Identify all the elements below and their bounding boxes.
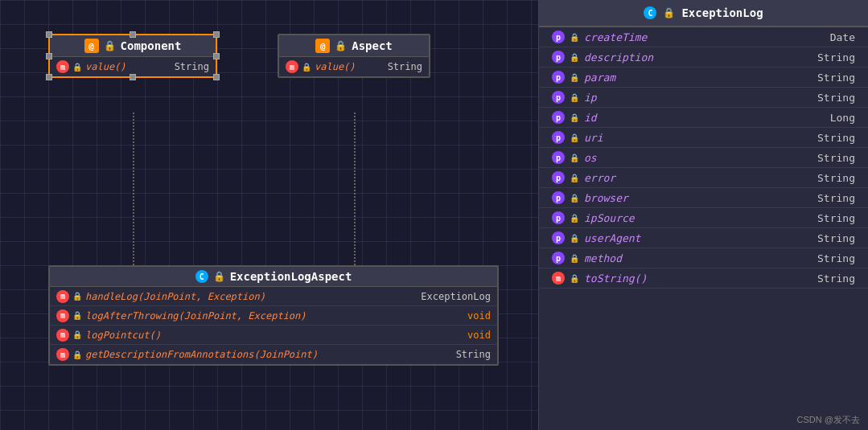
method-name: logAfterThrowing(JoinPoint, Exception) (85, 310, 464, 321)
c-badge: C (195, 270, 208, 283)
at-badge-component: @ (84, 39, 99, 53)
field-name: method (584, 252, 812, 264)
el-field-description: p 🔒 description String (539, 47, 868, 68)
lock-icon: 🔒 (570, 53, 579, 62)
component-node[interactable]: @ 🔒 Component m 🔒 value() String (48, 34, 217, 78)
field-name: description (584, 51, 812, 63)
lock-icon: 🔒 (570, 254, 579, 263)
lock-icon: 🔒 (72, 311, 82, 320)
field-type: String (817, 212, 855, 224)
lock-icon: 🔒 (570, 113, 579, 122)
m-badge: m (286, 60, 298, 73)
exception-log-aspect-node[interactable]: C 🔒 ExceptionLogAspect m 🔒 handleLog(Joi… (48, 265, 499, 366)
p-badge: p (552, 91, 565, 104)
type-name: String (388, 61, 422, 72)
lock-icon: 🔒 (570, 73, 579, 82)
lock-icon: 🔒 (570, 93, 579, 102)
at-badge-aspect: @ (315, 39, 330, 53)
type-exlog: ExceptionLog (421, 291, 491, 302)
lock-icon-el: 🔒 (663, 7, 675, 18)
lock-icon: 🔒 (570, 154, 579, 162)
aspect-node-header: @ 🔒 Aspect (279, 35, 429, 57)
p-badge: p (552, 252, 565, 264)
lock-icon: 🔒 (72, 330, 82, 339)
m-badge: m (56, 290, 69, 303)
connector-component (133, 113, 134, 281)
field-name: toString() (584, 272, 812, 285)
field-type: Long (830, 112, 855, 124)
lock-icon-component: 🔒 (104, 40, 116, 51)
field-name: id (584, 112, 825, 124)
m-badge: m (56, 348, 69, 361)
lock-icon: 🔒 (570, 214, 579, 223)
m-badge: m (56, 309, 69, 322)
el-field-ip: p 🔒 ip String (539, 88, 868, 108)
field-type: String (817, 51, 855, 63)
field-name: uri (584, 132, 812, 144)
field-type: String (817, 72, 855, 84)
method-name: value() (315, 61, 385, 72)
el-field-uri: p 🔒 uri String (539, 128, 868, 148)
lock-icon: 🔒 (72, 63, 82, 72)
m-badge: m (56, 329, 69, 342)
aspect-node[interactable]: @ 🔒 Aspect m 🔒 value() String (278, 34, 430, 78)
lock-red-icon: 🔒 (72, 292, 82, 301)
p-badge: p (552, 231, 565, 244)
lock-icon-ela: 🔒 (213, 271, 225, 282)
ela-method-getdescription: m 🔒 getDescriptionFromAnnotations(JoinPo… (50, 345, 497, 364)
lock-icon-aspect: 🔒 (335, 40, 347, 51)
lock-icon: 🔒 (570, 174, 579, 182)
field-name: userAgent (584, 232, 812, 244)
lock-icon: 🔒 (570, 33, 579, 42)
field-type: String (817, 252, 855, 264)
el-field-param: p 🔒 param String (539, 68, 868, 88)
el-field-method: p 🔒 method String (539, 248, 868, 268)
field-type: String (817, 132, 855, 144)
ela-method-logafterthrowing: m 🔒 logAfterThrowing(JoinPoint, Exceptio… (50, 306, 497, 326)
p-badge: p (552, 111, 565, 124)
ela-method-logpointcut: m 🔒 logPointcut() void (50, 326, 497, 345)
field-type: String (817, 232, 855, 244)
p-badge: p (552, 31, 565, 43)
m-badge: m (56, 60, 69, 73)
ela-method-handlelog: m 🔒 handleLog(JoinPoint, Exception) Exce… (50, 287, 497, 306)
field-type: Date (830, 31, 855, 43)
component-node-header: @ 🔒 Component (50, 35, 216, 57)
field-name: createTime (584, 31, 825, 43)
field-type: String (817, 152, 855, 164)
field-name: error (584, 172, 812, 184)
p-badge: p (552, 151, 565, 164)
connector-aspect (354, 113, 356, 281)
method-name: logPointcut() (85, 330, 464, 341)
type-name: String (456, 349, 491, 360)
aspect-title: Aspect (352, 39, 393, 52)
exception-log-panel: C 🔒 ExceptionLog p 🔒 createTime Date p 🔒… (538, 0, 868, 430)
lock-icon: 🔒 (570, 194, 579, 203)
type-void: void (467, 330, 491, 341)
lock-icon: 🔒 (570, 133, 579, 142)
field-type: String (817, 92, 855, 104)
method-name: handleLog(JoinPoint, Exception) (85, 291, 414, 302)
exception-log-header: C 🔒 ExceptionLog (539, 0, 868, 27)
p-badge: p (552, 51, 565, 63)
field-type: String (817, 192, 855, 204)
component-title: Component (121, 39, 182, 52)
p-badge: p (552, 171, 565, 184)
field-name: os (584, 152, 812, 164)
lock-icon: 🔒 (570, 234, 579, 243)
el-field-id: p 🔒 id Long (539, 108, 868, 128)
field-name: ip (584, 92, 812, 104)
c-badge-el: C (644, 6, 656, 19)
lock-icon: 🔒 (302, 63, 311, 72)
aspect-method-value: m 🔒 value() String (279, 57, 429, 76)
lock-icon: 🔒 (72, 350, 82, 359)
watermark: CSDN @发不去 (797, 414, 860, 426)
p-badge: p (552, 131, 565, 144)
el-field-browser: p 🔒 browser String (539, 188, 868, 208)
method-name: getDescriptionFromAnnotations(JoinPoint) (85, 349, 453, 360)
p-badge: p (552, 71, 565, 84)
el-field-error: p 🔒 error String (539, 168, 868, 188)
aspect-node-body: m 🔒 value() String (279, 57, 429, 76)
lock-icon: 🔒 (570, 274, 579, 283)
el-field-os: p 🔒 os String (539, 148, 868, 168)
